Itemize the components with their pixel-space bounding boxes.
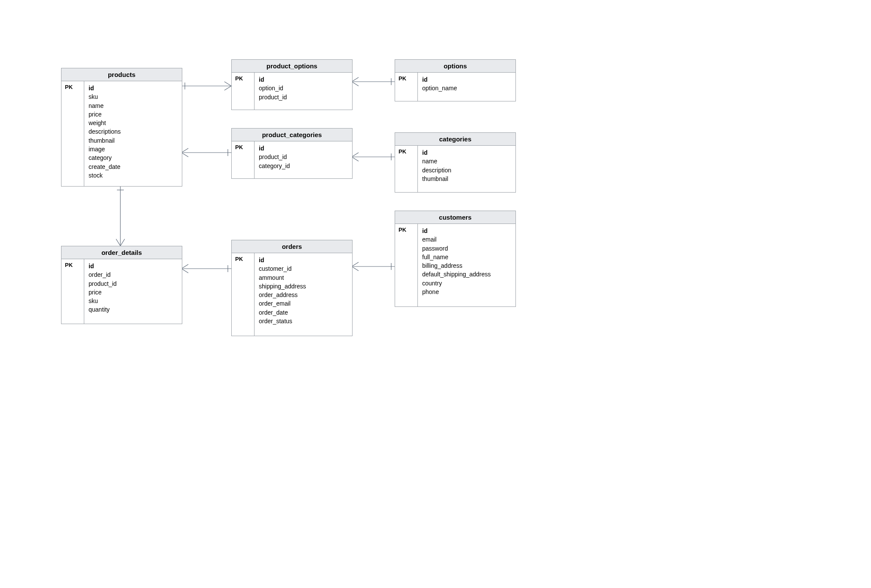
field: quantity: [89, 305, 178, 314]
svg-line-14: [352, 153, 359, 157]
field: phone: [422, 288, 511, 296]
field: full_name: [422, 253, 511, 261]
pk-column: PK: [395, 146, 418, 192]
fields-column: id option_id product_id: [255, 73, 352, 110]
field: description: [422, 166, 511, 175]
pk-column: PK: [395, 224, 418, 306]
svg-line-15: [352, 157, 359, 161]
svg-line-11: [181, 153, 188, 157]
field: id: [422, 75, 511, 84]
field: category: [89, 153, 178, 162]
rel-products-order_details: [116, 186, 125, 246]
field: default_shipping_address: [422, 270, 511, 279]
fields-column: id email password full_name billing_addr…: [418, 224, 515, 306]
field: weight: [89, 119, 178, 127]
entity-products: products PK id sku name price weight des…: [61, 68, 182, 187]
field: id: [422, 227, 511, 235]
entity-title: categories: [395, 133, 515, 146]
pk-column: PK: [395, 73, 418, 101]
er-diagram-canvas: products PK id sku name price weight des…: [0, 0, 871, 588]
pk-column: PK: [232, 73, 255, 110]
fields-column: id product_id category_id: [255, 141, 352, 178]
field: sku: [89, 92, 178, 101]
entity-title: products: [61, 68, 182, 81]
field: option_id: [259, 84, 348, 92]
field: category_id: [259, 162, 348, 170]
field: id: [259, 144, 348, 153]
svg-line-10: [181, 148, 188, 153]
field: option_name: [422, 84, 511, 92]
rel-orders-customers: [352, 262, 395, 271]
entity-title: product_categories: [232, 129, 352, 141]
field: customer_id: [259, 264, 348, 273]
entity-categories: categories PK id name description thumbn…: [395, 132, 516, 193]
field: order_id: [89, 270, 178, 279]
field: name: [89, 101, 178, 110]
svg-line-23: [181, 269, 188, 273]
entity-title: options: [395, 60, 515, 73]
entity-customers: customers PK id email password full_name…: [395, 211, 516, 307]
field: id: [89, 262, 178, 270]
field: name: [422, 157, 511, 165]
fields-column: id name description thumbnail: [418, 146, 515, 192]
field: order_date: [259, 308, 348, 317]
entity-order-details: order_details PK id order_id product_id …: [61, 246, 182, 324]
entity-title: product_options: [232, 60, 352, 73]
field: thumbnail: [422, 175, 511, 183]
field: stock: [89, 171, 178, 180]
fields-column: id order_id product_id price sku quantit…: [84, 259, 182, 324]
svg-line-18: [116, 239, 120, 246]
field: id: [259, 75, 348, 84]
entity-title: customers: [395, 211, 515, 224]
entity-title: orders: [232, 240, 352, 253]
field: id: [89, 84, 178, 92]
field: create_date: [89, 162, 178, 171]
field: thumbnail: [89, 136, 178, 145]
svg-line-26: [352, 262, 359, 266]
field: product_id: [259, 93, 348, 101]
pk-column: PK: [232, 253, 255, 336]
rel-order_details-orders: [181, 264, 231, 273]
svg-line-2: [224, 82, 231, 86]
field: password: [422, 244, 511, 253]
entity-product-options: product_options PK id option_id product_…: [231, 59, 353, 110]
rel-products-product_categories: [181, 148, 231, 157]
rel-product_categories-categories: [352, 153, 395, 161]
field: product_id: [259, 153, 348, 161]
svg-line-3: [224, 86, 231, 90]
field: image: [89, 145, 178, 153]
field: sku: [89, 297, 178, 305]
field: id: [422, 148, 511, 157]
rel-product_options-options: [352, 77, 395, 86]
field: country: [422, 279, 511, 288]
entity-orders: orders PK id customer_id ammount shippin…: [231, 240, 353, 336]
field: email: [422, 235, 511, 244]
field: price: [89, 110, 178, 119]
svg-line-7: [352, 82, 359, 86]
field: descriptions: [89, 127, 178, 136]
rel-products-product_options: [181, 82, 231, 90]
field: shipping_address: [259, 282, 348, 291]
svg-line-6: [352, 77, 359, 82]
svg-line-27: [352, 266, 359, 271]
field: product_id: [89, 279, 178, 288]
svg-line-19: [120, 239, 125, 246]
entity-product-categories: product_categories PK id product_id cate…: [231, 128, 353, 179]
entity-options: options PK id option_name: [395, 59, 516, 101]
pk-column: PK: [61, 259, 84, 324]
svg-line-22: [181, 264, 188, 269]
field: order_status: [259, 317, 348, 325]
fields-column: id option_name: [418, 73, 515, 101]
fields-column: id customer_id ammount shipping_address …: [255, 253, 352, 336]
pk-column: PK: [61, 81, 84, 186]
field: order_address: [259, 291, 348, 299]
field: id: [259, 256, 348, 264]
field: order_email: [259, 299, 348, 308]
entity-title: order_details: [61, 246, 182, 259]
field: ammount: [259, 273, 348, 282]
field: billing_address: [422, 261, 511, 270]
field: price: [89, 288, 178, 297]
fields-column: id sku name price weight descriptions th…: [84, 81, 182, 186]
pk-column: PK: [232, 141, 255, 178]
